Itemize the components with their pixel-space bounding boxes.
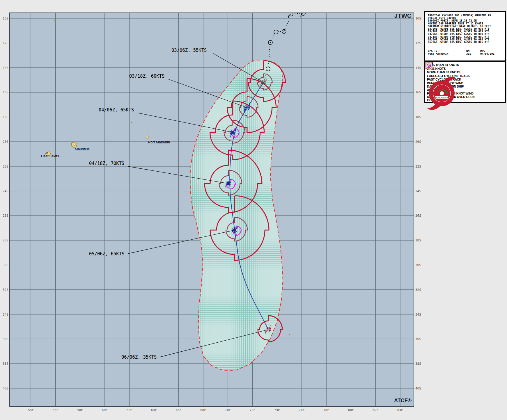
lon-tick-label: 70E	[225, 408, 231, 412]
lat-tick-label-right: 10S	[415, 17, 421, 20]
place-label: Des Galets	[41, 154, 59, 158]
mauritius-marker	[74, 144, 75, 145]
legend-box: LESS THAN 34 KNOTS34-63 KNOTSMORE THAN 6…	[424, 61, 506, 103]
legend-item: 34-63 KNOTS	[427, 67, 504, 71]
lat-tick-label-left: 20S	[3, 140, 8, 144]
cpa-dtg-header: DTG	[480, 49, 503, 52]
cyclone-symbol-center	[233, 229, 236, 232]
des-galets-marker	[46, 152, 47, 153]
warning-lines: TROPICAL CYCLONE 29S (INDUSA) WARNING #5…	[428, 14, 503, 44]
lon-tick-label: 66E	[176, 408, 182, 412]
logo-island	[444, 90, 446, 91]
cpa-nm-header: NM	[466, 49, 480, 52]
forecast-point-label: 04/18Z, 70KTS	[89, 161, 124, 166]
legend-item: LESS THAN 34 KNOTS	[427, 63, 504, 67]
cpa-place: PORT_MATHURIN	[428, 52, 466, 55]
lat-tick-label-right: 22S	[415, 165, 421, 168]
radii-icon	[426, 63, 432, 69]
lon-tick-label: 58E	[77, 408, 83, 412]
lat-tick-label-left: 16S	[3, 90, 8, 94]
logo-island	[437, 91, 439, 92]
lat-tick-label-right: 40S	[415, 387, 421, 390]
lat-tick-label-left: 14S	[3, 66, 8, 70]
lat-tick-label-left: 18S	[3, 115, 8, 119]
lat-tick-label-right: 38S	[415, 362, 421, 366]
lon-tick-label: 82E	[373, 408, 378, 412]
lon-tick-label: 68E	[200, 408, 206, 412]
warning-line: 06/06Z, WINDS 035 KTS, GUSTS TO 045 KTS	[428, 41, 503, 44]
warning-text-box: TROPICAL CYCLONE 29S (INDUSA) WARNING #5…	[424, 11, 506, 61]
logo-band-text: PEARL HARBOR	[435, 97, 448, 98]
legend-item-label: MORE THAN 63 KNOTS	[427, 71, 476, 74]
lon-tick-label: 84E	[397, 408, 403, 412]
cyclone-symbol-center	[227, 182, 230, 185]
lat-tick-label-right: 26S	[415, 214, 421, 218]
jtwc-warning-graphic: 03/06Z, 55KTS03/18Z, 60KTS04/06Z, 65KTS0…	[0, 0, 507, 420]
logo-eye	[440, 91, 444, 95]
lon-tick-label: 62E	[126, 408, 132, 412]
lat-tick-label-left: 38S	[3, 362, 8, 366]
lat-tick-label-right: 36S	[415, 337, 421, 341]
lat-tick-label-left: 32S	[3, 288, 8, 292]
jtwc-logo-icon: PEARL HARBOR	[425, 76, 459, 110]
legend-item-label: 34-63 KNOTS	[427, 67, 476, 71]
forecast-point-label: 06/06Z, 35KTS	[121, 355, 157, 360]
cpa-section: CPA TO: NM DTG PORT_MATHURIN 391 04/04/0…	[428, 48, 503, 55]
atcf-title: ATCF®	[394, 398, 412, 403]
lon-tick-label: 78E	[323, 408, 329, 412]
lat-tick-label-right: 12S	[415, 41, 421, 45]
radii-rings-icon	[425, 62, 434, 70]
past-symbol-hook	[305, 10, 306, 13]
cpa-dtg-value: 04/04/09Z	[480, 52, 503, 55]
lat-tick-label-right: 28S	[415, 239, 421, 242]
lat-tick-label-right: 14S	[415, 66, 421, 70]
lon-tick-label: 72E	[249, 408, 255, 412]
cpa-header-row: CPA TO: NM DTG	[428, 49, 503, 52]
cpa-nm-value: 391	[466, 52, 480, 55]
lat-tick-label-right: 18S	[415, 115, 421, 119]
logo-island	[442, 89, 444, 90]
lon-tick-label: 74E	[274, 408, 280, 412]
forecast-point-label: 04/06Z, 65KTS	[99, 107, 134, 113]
lon-tick-label: 76E	[299, 408, 305, 412]
radii-icon	[427, 64, 431, 68]
lat-tick-label-left: 22S	[3, 165, 8, 168]
cpa-value-row: PORT_MATHURIN 391 04/04/09Z	[428, 52, 503, 55]
lat-tick-label-left: 30S	[3, 263, 8, 267]
place-label: Port Mathurin	[148, 140, 170, 144]
lon-tick-label: 54E	[28, 408, 34, 412]
legend-item: MORE THAN 63 KNOTS	[427, 71, 504, 74]
legend-item-label: LESS THAN 34 KNOTS	[427, 63, 476, 67]
lat-tick-label-right: 20S	[415, 140, 421, 144]
lat-tick-label-right: 30S	[415, 263, 421, 267]
forecast-point-label: 03/06Z, 55KTS	[171, 48, 207, 53]
lon-tick-label: 56E	[53, 408, 58, 412]
lon-tick-label: 80E	[348, 408, 354, 412]
lon-tick-label: 60E	[102, 408, 108, 412]
lat-tick-label-right: 34S	[415, 313, 421, 316]
lon-tick-label: 64E	[151, 408, 157, 412]
lat-tick-label-left: 12S	[3, 41, 8, 45]
logo-island	[439, 90, 441, 91]
cpa-label: CPA TO:	[428, 49, 466, 52]
lat-tick-label-left: 34S	[3, 313, 8, 316]
cyclone-symbol-center	[231, 131, 234, 134]
lat-tick-label-right: 24S	[415, 189, 421, 193]
lat-tick-label-left: 36S	[3, 337, 8, 341]
forecast-point-label: 05/06Z, 65KTS	[89, 251, 124, 257]
lat-tick-label-right: 16S	[415, 90, 421, 94]
lat-tick-label-left: 28S	[3, 239, 8, 242]
place-label: Mauritius	[75, 147, 90, 151]
lat-tick-label-left: 40S	[3, 387, 8, 390]
forecast-point-label: 03/18Z, 60KTS	[129, 74, 164, 79]
radii-icon	[428, 65, 430, 67]
lat-tick-label-right: 32S	[415, 288, 421, 292]
lat-tick-label-left: 24S	[3, 189, 8, 193]
logo-island	[446, 92, 448, 93]
lat-tick-label-left: 26S	[3, 214, 8, 218]
lat-tick-label-left: 10S	[3, 17, 8, 20]
jtwc-title: JTWC	[394, 12, 412, 19]
